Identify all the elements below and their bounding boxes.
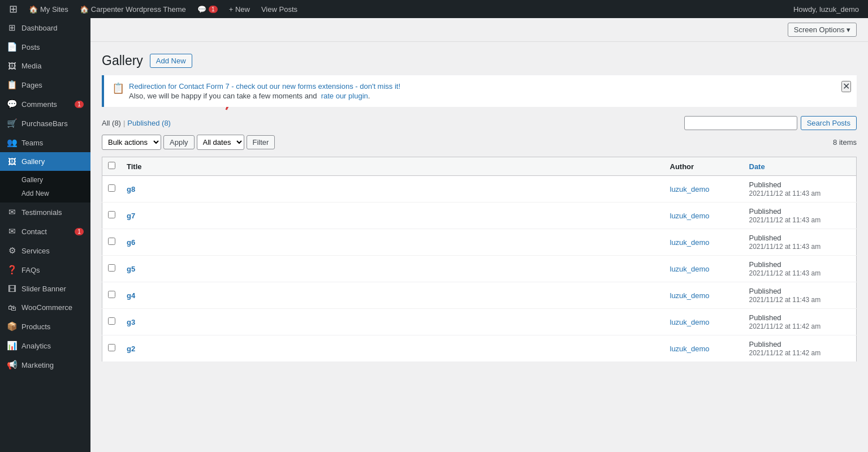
wp-logo-button[interactable]: ⊞ [5, 0, 22, 18]
woocommerce-icon: 🛍 [7, 303, 17, 312]
row-checkbox[interactable] [108, 264, 115, 272]
post-status: Published [749, 313, 781, 322]
sidebar-item-gallery[interactable]: 🖼 Gallery [0, 152, 90, 171]
my-sites-button[interactable]: 🏠 My Sites [24, 0, 73, 18]
post-date: 2021/11/12 at 11:43 am [749, 296, 821, 304]
table-row: g7 luzuk_demo Published 2021/11/12 at 11… [102, 203, 857, 229]
my-sites-label: My Sites [40, 5, 68, 14]
post-status: Published [749, 340, 781, 348]
post-date: 2021/11/12 at 11:43 am [749, 269, 821, 277]
comments-button[interactable]: 💬 1 [193, 0, 222, 18]
new-button[interactable]: + New [224, 0, 254, 18]
notice-link[interactable]: Redirection for Contact Form 7 - check o… [129, 82, 400, 91]
sidebar-item-label: PurchaseBars [21, 119, 68, 128]
sidebar-item-slider-banner[interactable]: 🎞 Slider Banner [0, 279, 90, 298]
sidebar-item-gallery-add[interactable]: Add New [0, 187, 90, 200]
sidebar-item-gallery-all[interactable]: Gallery [0, 173, 90, 187]
comments-count-badge: 1 [75, 101, 84, 108]
date-column-header[interactable]: Date [744, 157, 857, 176]
sidebar-item-marketing[interactable]: 📢 Marketing [0, 355, 90, 374]
select-all-checkbox[interactable] [108, 162, 115, 169]
page-title: Gallery [102, 53, 143, 68]
table-row: g2 luzuk_demo Published 2021/11/12 at 11… [102, 335, 857, 362]
author-link[interactable]: luzuk_demo [670, 318, 710, 326]
notice-close-button[interactable]: ✕ [841, 81, 851, 92]
theme-button[interactable]: 🏠 Carpenter Wordpress Theme [75, 0, 191, 18]
admin-bar: ⊞ 🏠 My Sites 🏠 Carpenter Wordpress Theme… [0, 0, 868, 18]
contact-icon: ✉ [7, 226, 17, 236]
sidebar-item-dashboard[interactable]: ⊞ Dashboard [0, 18, 90, 37]
author-link[interactable]: luzuk_demo [670, 345, 710, 353]
apply-button[interactable]: Apply [163, 135, 195, 149]
sidebar-item-contact[interactable]: ✉ Contact 1 [0, 222, 90, 241]
posts-icon: 📄 [7, 42, 17, 52]
bulk-actions-select[interactable]: Bulk actions Delete [102, 135, 161, 150]
post-status: Published [749, 260, 781, 269]
sidebar-item-products[interactable]: 📦 Products [0, 317, 90, 336]
dashboard-icon: ⊞ [7, 23, 17, 33]
row-checkbox[interactable] [108, 291, 115, 298]
author-link[interactable]: luzuk_demo [670, 212, 710, 220]
view-link-published[interactable]: Published (8) [127, 119, 171, 127]
post-title-link[interactable]: g8 [127, 185, 135, 193]
user-info[interactable]: Howdy, luzuk_demo [789, 0, 863, 18]
post-title-link[interactable]: g2 [127, 345, 135, 353]
sidebar-item-label: Analytics [21, 342, 51, 350]
sidebar-item-pages[interactable]: 📋 Pages [0, 75, 90, 94]
post-status: Published [749, 234, 781, 242]
sidebar-item-label: Gallery [21, 157, 45, 166]
post-title-link[interactable]: g6 [127, 238, 135, 247]
sidebar-item-posts[interactable]: 📄 Posts [0, 37, 90, 57]
sidebar-item-woocommerce[interactable]: 🛍 WooCommerce [0, 298, 90, 317]
filters-left: Bulk actions Delete Apply All dates Filt… [102, 135, 275, 150]
notice-icon: 📋 [112, 82, 124, 94]
author-link[interactable]: luzuk_demo [670, 185, 710, 193]
author-link[interactable]: luzuk_demo [670, 265, 710, 273]
view-link-all[interactable]: All (8) [102, 119, 121, 127]
gallery-icon: 🖼 [7, 157, 17, 166]
post-title-link[interactable]: g5 [127, 265, 135, 273]
post-title-link[interactable]: g4 [127, 291, 135, 300]
sidebar-item-faqs[interactable]: ❓ FAQs [0, 260, 90, 279]
row-checkbox[interactable] [108, 184, 115, 192]
post-title-link[interactable]: g3 [127, 318, 135, 326]
post-date: 2021/11/12 at 11:43 am [749, 190, 821, 197]
main-content: Screen Options ▾ Gallery Add New [90, 18, 868, 452]
teams-icon: 👥 [7, 137, 17, 148]
view-posts-button[interactable]: View Posts [257, 0, 302, 18]
row-checkbox[interactable] [108, 317, 115, 325]
screen-options-button[interactable]: Screen Options ▾ [788, 23, 857, 37]
sidebar-item-testimonials[interactable]: ✉ Testimonials [0, 203, 90, 222]
sidebar-item-label: Products [21, 322, 50, 331]
sidebar-item-services[interactable]: ⚙ Services [0, 241, 90, 260]
sidebar-item-purchasebars[interactable]: 🛒 PurchaseBars [0, 114, 90, 133]
screen-options-label: Screen Options ▾ [794, 25, 850, 34]
row-checkbox[interactable] [108, 238, 115, 245]
rate-plugin-link[interactable]: rate our plugin [321, 92, 368, 100]
post-title-link[interactable]: g7 [127, 212, 135, 220]
view-links: All (8) | Published (8) [102, 119, 171, 127]
add-new-button[interactable]: Add New [150, 54, 192, 68]
pages-icon: 📋 [7, 80, 17, 90]
search-posts-input[interactable] [684, 116, 797, 130]
sidebar-item-label: Teams [21, 139, 43, 147]
services-icon: ⚙ [7, 246, 17, 256]
wp-logo-icon: ⊞ [9, 3, 18, 15]
marketing-icon: 📢 [7, 360, 17, 370]
author-column-header: Author [664, 157, 744, 176]
filter-button[interactable]: Filter [247, 135, 275, 149]
sidebar-item-analytics[interactable]: 📊 Analytics [0, 336, 90, 355]
post-date: 2021/11/12 at 11:43 am [749, 243, 821, 251]
author-link[interactable]: luzuk_demo [670, 291, 710, 300]
search-posts-button[interactable]: Search Posts [801, 116, 857, 130]
row-checkbox[interactable] [108, 344, 115, 351]
sidebar-item-comments[interactable]: 💬 Comments 1 [0, 94, 90, 114]
row-checkbox[interactable] [108, 211, 115, 218]
sidebar-item-media[interactable]: 🖼 Media [0, 57, 90, 75]
sidebar-item-teams[interactable]: 👥 Teams [0, 133, 90, 152]
author-link[interactable]: luzuk_demo [670, 238, 710, 247]
dates-filter-select[interactable]: All dates [197, 135, 244, 150]
theme-label: Carpenter Wordpress Theme [91, 5, 186, 14]
post-date: 2021/11/12 at 11:42 am [749, 349, 821, 357]
table-row: g3 luzuk_demo Published 2021/11/12 at 11… [102, 309, 857, 335]
